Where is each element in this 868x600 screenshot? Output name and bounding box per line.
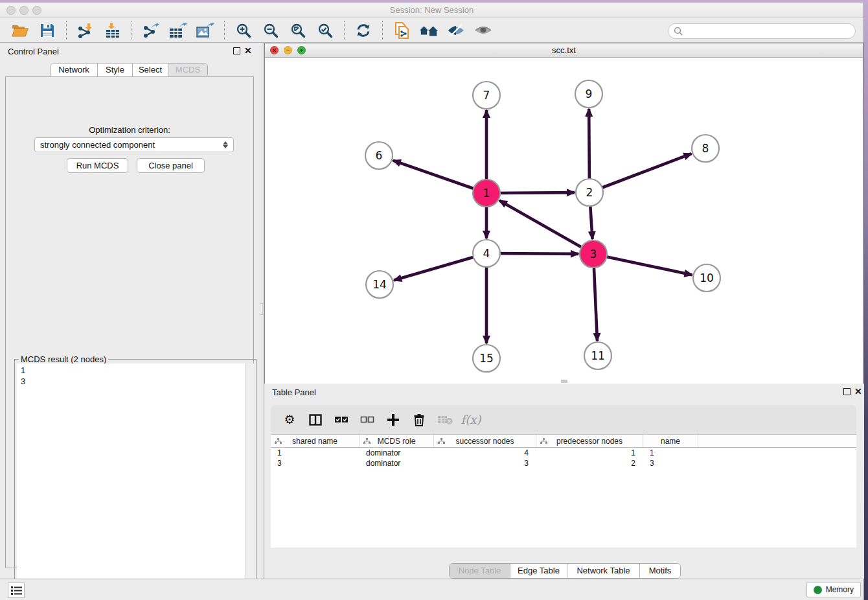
graph-edge[interactable] <box>589 154 691 192</box>
delete-row-icon[interactable] <box>411 411 428 428</box>
refresh-icon[interactable] <box>354 21 373 40</box>
hide-selected-icon[interactable] <box>446 21 466 40</box>
apply-function-icon: f(x) <box>463 411 479 428</box>
tree-icon <box>438 438 445 444</box>
panel-divider[interactable] <box>259 43 264 579</box>
network-title: scc.txt <box>265 45 863 55</box>
open-session-icon[interactable] <box>10 21 30 40</box>
graph-edge[interactable] <box>593 254 692 275</box>
deselect-all-rows-icon[interactable] <box>359 411 376 428</box>
cell-mcds-role[interactable]: dominator <box>360 448 434 458</box>
cell-shared-name[interactable]: 1 <box>271 448 360 458</box>
zoom-out-icon[interactable] <box>261 21 280 40</box>
table-row[interactable]: 3 dominator 3 2 3 <box>271 458 856 468</box>
tab-select[interactable]: Select <box>133 63 168 77</box>
float-panel-icon[interactable] <box>233 47 240 54</box>
network-overview-icon[interactable] <box>419 21 439 40</box>
table-panel-header: Table Panel ✕ <box>264 384 864 400</box>
list-icon <box>11 586 22 595</box>
cell-filler <box>698 448 856 458</box>
canvas-scroll-thumb[interactable] <box>561 380 567 383</box>
cell-name[interactable]: 3 <box>643 458 698 468</box>
run-mcds-button[interactable]: Run MCDS <box>67 158 128 173</box>
tab-node-table[interactable]: Node Table <box>450 564 510 578</box>
task-history-button[interactable] <box>8 583 25 598</box>
graph-edge[interactable] <box>499 200 593 254</box>
close-panel-button[interactable]: Close panel <box>137 158 205 173</box>
network-graph[interactable]: 7968124314101511 <box>265 58 863 384</box>
graph-node[interactable]: 6 <box>365 142 393 169</box>
column-header-shared-name[interactable]: shared name <box>271 435 360 447</box>
graph-node[interactable]: 14 <box>366 271 393 298</box>
graph-node[interactable]: 4 <box>473 240 500 267</box>
tab-network-table[interactable]: Network Table <box>567 564 640 578</box>
optimization-select[interactable]: strongly connected component <box>34 137 234 152</box>
toggle-panel-icon[interactable] <box>307 411 324 428</box>
cell-successor-nodes[interactable]: 4 <box>434 448 536 458</box>
export-table-icon[interactable] <box>168 21 188 40</box>
result-scrollbar[interactable] <box>245 363 254 600</box>
mcds-result-text[interactable]: 1 3 <box>17 363 245 600</box>
zoom-selected-icon[interactable] <box>315 21 335 40</box>
table-settings-icon[interactable]: ⚙ <box>281 411 298 428</box>
search-input[interactable] <box>683 27 855 36</box>
memory-label: Memory <box>826 585 854 594</box>
graph-node-label: 3 <box>590 248 597 260</box>
tab-network[interactable]: Network <box>51 63 98 77</box>
network-titlebar[interactable]: ✕ − + scc.txt <box>265 43 863 58</box>
graph-edge[interactable] <box>394 253 486 281</box>
column-header-successor-nodes[interactable]: successor nodes <box>434 435 536 447</box>
close-table-panel-icon[interactable]: ✕ <box>854 386 862 397</box>
graph-edge[interactable] <box>393 161 486 193</box>
clone-network-icon[interactable] <box>392 21 411 40</box>
optimization-label: Optimization criterion: <box>6 125 253 135</box>
column-header-mcds-role[interactable]: MCDS role <box>360 435 434 447</box>
import-network-icon[interactable] <box>76 21 95 40</box>
graph-node[interactable]: 10 <box>693 264 720 292</box>
tab-mcds[interactable]: MCDS <box>168 63 207 77</box>
export-image-icon[interactable] <box>196 21 215 40</box>
cell-mcds-role[interactable]: dominator <box>360 458 434 468</box>
import-table-icon[interactable] <box>103 21 122 40</box>
graph-node[interactable]: 1 <box>473 179 500 207</box>
column-header-predecessor-nodes[interactable]: predecessor nodes <box>536 435 643 447</box>
graph-node-label: 11 <box>591 349 605 362</box>
tab-style[interactable]: Style <box>98 63 133 77</box>
graph-node[interactable]: 15 <box>473 345 500 372</box>
graph-node-label: 6 <box>376 149 383 162</box>
graph-node[interactable]: 7 <box>473 82 500 109</box>
divider-handle-icon[interactable] <box>260 303 263 315</box>
zoom-in-icon[interactable] <box>234 21 253 40</box>
column-label: predecessor nodes <box>556 437 622 446</box>
save-session-icon[interactable] <box>38 21 57 40</box>
graph-node-label: 8 <box>702 142 709 155</box>
export-network-icon[interactable] <box>141 21 161 40</box>
graph-node[interactable]: 2 <box>576 179 603 206</box>
tab-edge-table[interactable]: Edge Table <box>510 564 567 578</box>
search-box[interactable] <box>668 23 856 39</box>
cell-predecessor-nodes[interactable]: 2 <box>536 458 643 468</box>
memory-button[interactable]: Memory <box>806 582 861 597</box>
cell-predecessor-nodes[interactable]: 1 <box>536 448 643 458</box>
graph-node[interactable]: 9 <box>575 80 602 108</box>
select-all-rows-icon[interactable] <box>333 411 350 428</box>
graph-node[interactable]: 8 <box>692 135 719 162</box>
show-all-icon[interactable] <box>474 21 493 40</box>
column-header-name[interactable]: name <box>643 435 698 447</box>
main-titlebar: Session: New Session <box>0 3 863 18</box>
cell-shared-name[interactable]: 3 <box>271 458 360 468</box>
column-label: MCDS role <box>378 437 416 446</box>
network-window: ✕ − + scc.txt 7968124314101511 <box>264 43 863 384</box>
window-title: Session: New Session <box>0 5 863 15</box>
float-table-panel-icon[interactable] <box>843 388 851 395</box>
network-canvas[interactable]: 7968124314101511 <box>265 58 863 384</box>
cell-successor-nodes[interactable]: 3 <box>434 458 536 468</box>
add-row-icon[interactable] <box>385 411 402 428</box>
zoom-fit-icon[interactable] <box>288 21 308 40</box>
table-row[interactable]: 1 dominator 4 1 1 <box>271 448 856 458</box>
graph-node[interactable]: 11 <box>584 342 611 369</box>
cell-name[interactable]: 1 <box>643 448 698 458</box>
close-panel-icon[interactable]: ✕ <box>244 45 252 56</box>
graph-node[interactable]: 3 <box>580 240 607 268</box>
tab-motifs[interactable]: Motifs <box>640 564 680 578</box>
